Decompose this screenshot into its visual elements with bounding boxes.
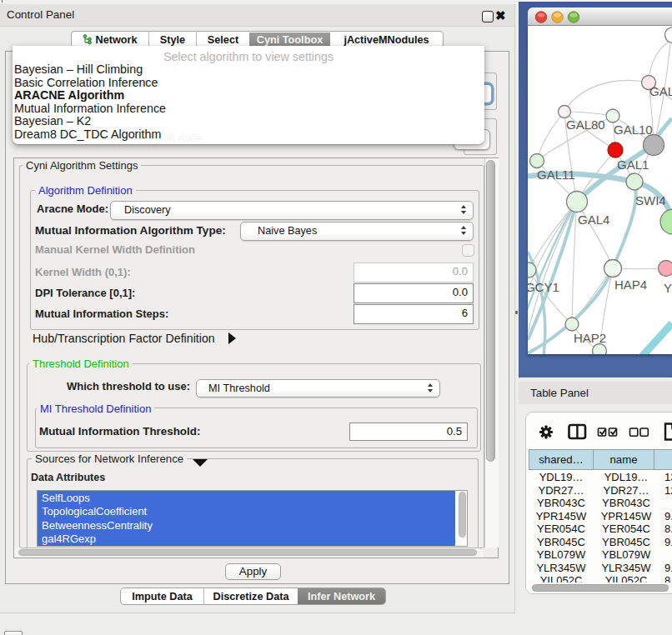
svg-text:HAP2: HAP2 [574,331,606,345]
svg-text:GAL11: GAL11 [537,168,575,182]
svg-text:GAL10: GAL10 [614,122,653,137]
svg-text:Y: Y [664,281,672,295]
svg-text:GAL80: GAL80 [566,118,605,132]
svg-text:GAL1: GAL1 [617,158,649,172]
svg-text:SWI4: SWI4 [635,193,666,208]
svg-text:HAP4: HAP4 [614,278,647,292]
svg-text:GCY1: GCY1 [528,280,559,294]
svg-text:GAL: GAL [649,84,672,98]
svg-text:GAL4: GAL4 [578,212,609,227]
